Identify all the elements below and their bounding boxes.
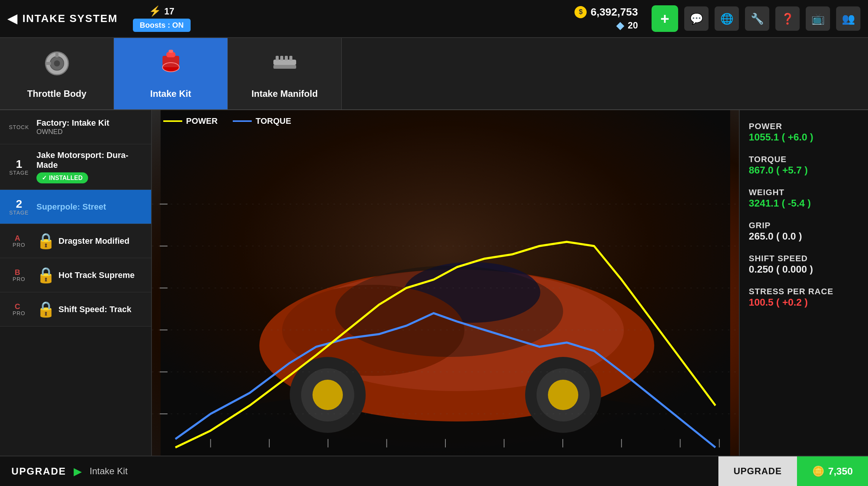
upgrade-info-1: Jake Motorsport: Dura-Made ✓ INSTALLED	[36, 150, 144, 183]
stage-label-2: STAGE	[9, 210, 28, 216]
installed-badge: ✓ INSTALLED	[36, 172, 88, 183]
upgrade-info-2: Superpole: Street	[36, 202, 144, 212]
stage-label-stock: STOCK	[9, 124, 29, 130]
tab-throttle-body[interactable]: Throttle Body	[0, 38, 114, 109]
svg-rect-7	[166, 52, 175, 57]
stat-shift-speed-value: 0.250 ( 0.000 )	[749, 264, 859, 275]
header-right: $ 6,392,753 ◆ 20 + 💬 🌐 🔧 ❓ 📺 👥	[574, 5, 860, 32]
tab-intake-manifold[interactable]: Intake Manifold	[228, 38, 342, 109]
svg-rect-11	[276, 56, 279, 60]
play-icon: ▶	[74, 465, 82, 478]
upgrade-label-section: UPGRADE ▶ Intake Kit	[0, 465, 718, 478]
throttle-body-icon	[42, 48, 72, 85]
svg-rect-12	[280, 56, 283, 60]
upgrade-row-stock[interactable]: STOCK Factory: Intake Kit OWNED	[0, 110, 151, 144]
stage-number-2: 2	[16, 198, 22, 210]
upgrade-name-pro-c: Shift Speed: Track	[58, 305, 144, 314]
tab-intake-kit[interactable]: Intake Kit	[114, 38, 228, 109]
stat-grip-value: 265.0 ( 0.0 )	[749, 230, 859, 242]
svg-rect-6	[163, 56, 179, 67]
coin-icon: $	[574, 6, 587, 18]
upgrade-row-pro-c[interactable]: C PRO 🔒 Shift Speed: Track	[0, 292, 151, 327]
upgrade-label: UPGRADE	[11, 465, 66, 477]
upgrade-name-2: Superpole: Street	[36, 202, 144, 212]
upgrade-name-pro-a: Dragster Modified	[58, 236, 144, 246]
social-button[interactable]: 👥	[836, 6, 860, 31]
svg-rect-13	[285, 56, 288, 60]
stage-badge-1: 1 STAGE	[8, 158, 30, 176]
lock-icon-c: 🔒	[36, 300, 55, 318]
settings-button[interactable]: 🔧	[745, 6, 769, 31]
chat-button[interactable]: 💬	[684, 6, 709, 31]
upgrade-buttons: UPGRADE 🪙 7,350	[718, 456, 868, 486]
upgrade-row-stage1[interactable]: 1 STAGE Jake Motorsport: Dura-Made ✓ INS…	[0, 144, 151, 190]
svg-rect-14	[289, 56, 292, 60]
back-button[interactable]: ◀ INTAKE SYSTEM	[8, 11, 118, 26]
stat-power: POWER 1055.1 ( +6.0 )	[749, 122, 859, 143]
boost-badge[interactable]: Boosts : ON	[133, 19, 191, 32]
stage-number-1: 1	[16, 158, 22, 170]
stat-stress: STRESS PER RACE 100.5 ( +0.2 )	[749, 287, 859, 308]
upgrade-name-pro-b: Hot Track Supreme	[58, 270, 144, 280]
stat-grip: GRIP 265.0 ( 0.0 )	[749, 221, 859, 242]
stat-torque-label: TORQUE	[749, 155, 859, 164]
header: ◀ INTAKE SYSTEM ⚡ 17 Boosts : ON $ 6,392…	[0, 0, 868, 38]
upgrade-info-pro-c: Shift Speed: Track	[58, 305, 144, 314]
currency-block: $ 6,392,753 ◆ 20	[574, 6, 638, 32]
stage-label-pro-b: PRO	[13, 276, 25, 282]
upgrade-name-1: Jake Motorsport: Dura-Made	[36, 150, 144, 170]
stage-number-pro-c: C	[15, 303, 20, 310]
diamond-amount: 20	[628, 20, 638, 31]
stage-number-pro-a: A	[15, 234, 20, 242]
upgrade-item-name: Intake Kit	[90, 466, 128, 477]
upgrade-cost-value: 7,350	[828, 465, 853, 477]
legend-torque: TORQUE	[233, 116, 291, 126]
stage-label-pro-c: PRO	[13, 310, 25, 316]
svg-rect-10	[273, 60, 296, 65]
stat-shift-speed-label: SHIFT SPEED	[749, 254, 859, 264]
upgrade-row-stage2[interactable]: 2 STAGE Superpole: Street	[0, 190, 151, 224]
stat-stress-label: STRESS PER RACE	[749, 287, 859, 297]
stage-number-pro-b: B	[15, 268, 20, 276]
upgrade-action-button[interactable]: UPGRADE	[718, 456, 797, 486]
stage-badge-pro-b: B PRO	[8, 268, 30, 282]
add-currency-button[interactable]: +	[652, 5, 678, 32]
stats-panel: POWER 1055.1 ( +6.0 ) TORQUE 867.0 ( +5.…	[739, 110, 868, 456]
stage-label-pro-a: PRO	[13, 242, 25, 248]
stat-torque: TORQUE 867.0 ( +5.7 )	[749, 155, 859, 176]
upgrade-row-pro-b[interactable]: B PRO 🔒 Hot Track Supreme	[0, 258, 151, 292]
stat-power-label: POWER	[749, 122, 859, 131]
help-button[interactable]: ❓	[775, 6, 800, 31]
upgrade-sub-stock: OWNED	[36, 128, 144, 136]
lock-icon-a: 🔒	[36, 232, 55, 250]
performance-chart	[152, 162, 739, 456]
tab-intake-manifold-label: Intake Manifold	[251, 88, 318, 99]
globe-button[interactable]: 🌐	[715, 6, 739, 31]
tab-throttle-body-label: Throttle Body	[27, 88, 87, 99]
check-icon: ✓	[42, 174, 47, 181]
upgrade-cost-button[interactable]: 🪙 7,350	[797, 456, 868, 486]
gold-currency: $ 6,392,753	[574, 6, 638, 18]
diamond-icon: ◆	[616, 20, 624, 32]
legend-torque-label: TORQUE	[256, 116, 291, 126]
upgrade-info-pro-b: Hot Track Supreme	[58, 270, 144, 280]
chart-legend: POWER TORQUE	[163, 116, 291, 126]
power-line-indicator	[163, 120, 182, 122]
page-title: INTAKE SYSTEM	[22, 13, 118, 25]
stage-badge-stock: STOCK	[8, 124, 30, 130]
svg-rect-3	[55, 52, 58, 57]
stat-torque-value: 867.0 ( +5.7 )	[749, 164, 859, 176]
intake-manifold-icon	[270, 48, 300, 85]
upgrade-row-pro-a[interactable]: A PRO 🔒 Dragster Modified	[0, 224, 151, 258]
chart-area: POWER TORQUE	[152, 110, 739, 456]
media-button[interactable]: 📺	[806, 6, 830, 31]
gold-amount: 6,392,753	[590, 6, 638, 18]
main-content: STOCK Factory: Intake Kit OWNED 1 STAGE …	[0, 110, 868, 456]
intake-kit-icon	[156, 48, 186, 85]
stage-label-1: STAGE	[9, 170, 28, 176]
stat-weight-value: 3241.1 ( -5.4 )	[749, 197, 859, 209]
stage-badge-pro-c: C PRO	[8, 303, 30, 316]
stage-badge-2: 2 STAGE	[8, 198, 30, 216]
stat-power-value: 1055.1 ( +6.0 )	[749, 131, 859, 143]
svg-rect-15	[273, 65, 296, 69]
